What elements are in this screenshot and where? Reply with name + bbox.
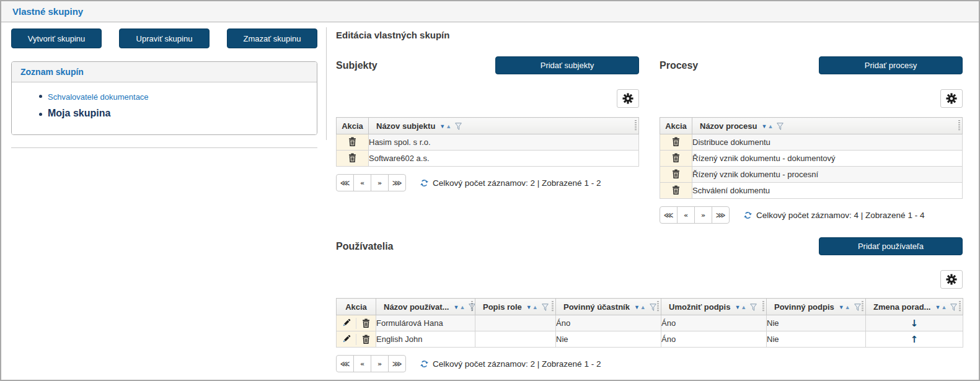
processes-settings-button[interactable] [940,89,963,108]
sort-desc-icon[interactable]: ▼ [761,124,767,129]
column-header-required-signature[interactable]: Povinný podpis▼▲ [767,299,866,315]
move-down-icon[interactable]: ↓ [911,318,919,329]
column-resizer-handle[interactable] [657,301,659,312]
sort-desc-icon[interactable]: ▼ [439,124,445,129]
allow-signature-cell: Áno [661,315,767,331]
trash-icon [672,153,680,162]
group-list: Schvalovatelé dokumentace Moja skupina [12,91,317,119]
column-header-subject-name[interactable]: Názov subjektu▼▲ [369,118,639,134]
filter-icon[interactable] [542,304,549,311]
pager-next-button[interactable]: » [371,174,389,191]
refresh-icon[interactable] [420,359,429,369]
processes-pager: ⋘ « » ⋙ [660,206,730,224]
group-editor: Editácia vlastných skupín Subjekty Prida… [336,28,963,372]
column-header-required-participant[interactable]: Povinný účastník▼▲ [556,299,661,315]
users-title: Používatelia [336,241,393,252]
record-count-status: Celkový počet záznamov: 2 | Zobrazené 1 … [433,178,601,188]
subjects-panel: Subjekty Pridať subjekty Akcia [336,56,639,224]
sort-asc-icon[interactable]: ▲ [741,305,746,310]
column-resizer-handle[interactable] [552,301,554,312]
delete-row-button[interactable] [356,334,376,345]
filter-icon[interactable] [650,304,656,311]
column-resizer-handle[interactable] [958,120,960,131]
sort-asc-icon[interactable]: ▲ [767,124,773,129]
group-link-selected[interactable]: Moja skupina [48,108,110,118]
edit-group-button[interactable]: Upraviť skupinu [119,28,210,48]
delete-row-button[interactable] [672,185,680,195]
create-group-button[interactable]: Vytvoriť skupinu [11,28,102,48]
add-processes-button[interactable]: Pridať procesy [819,56,963,74]
add-subjects-button[interactable]: Pridať subjekty [495,56,639,74]
list-item-selected[interactable]: Moja skupina [48,108,317,119]
processes-title: Procesy [660,60,698,71]
filter-icon[interactable] [854,304,861,311]
column-header-change-order[interactable]: Zmena porad...▼▲ [866,299,963,315]
role-cell [475,315,556,331]
process-name-cell: Řízený vznik dokumentu - procesní [692,167,963,183]
pager-prev-button[interactable]: « [353,355,371,372]
sort-desc-icon[interactable]: ▼ [453,305,459,310]
filter-icon[interactable] [777,123,784,130]
refresh-icon[interactable] [420,178,429,188]
move-up-icon[interactable]: ↑ [911,334,919,345]
sort-asc-icon[interactable]: ▲ [532,305,538,310]
edit-row-button[interactable] [337,318,356,329]
table-row: English John Nie Áno Nie ↑ [337,331,963,348]
pager-last-button[interactable]: ⋙ [388,355,406,372]
column-header-process-name[interactable]: Názov procesu▼▲ [692,118,963,134]
column-resizer-handle[interactable] [862,301,863,312]
process-name-cell: Distribuce dokumentu [692,134,963,151]
column-header-user-name[interactable]: Názov používat...▼▲ [376,299,475,315]
trash-icon [348,137,356,146]
add-user-button[interactable]: Pridať používateľa [819,237,963,255]
pager-first-button[interactable]: ⋘ [660,206,678,224]
sort-asc-icon[interactable]: ▲ [845,305,850,310]
column-resizer-handle[interactable] [762,301,764,312]
delete-row-button[interactable] [348,153,356,162]
subject-name-cell: Hasim spol. s r.o. [369,134,639,151]
required-participant-cell: Nie [556,331,661,348]
sort-asc-icon[interactable]: ▲ [941,305,947,310]
pager-last-button[interactable]: ⋙ [712,206,730,224]
delete-row-button[interactable] [672,169,680,178]
pager-next-button[interactable]: » [694,206,712,224]
column-header-allow-signature[interactable]: Umožniť podpis▼▲ [661,299,767,315]
pager-first-button[interactable]: ⋘ [336,174,354,191]
sort-desc-icon[interactable]: ▼ [839,305,844,310]
sort-desc-icon[interactable]: ▼ [735,305,740,310]
delete-row-button[interactable] [356,318,376,329]
pager-prev-button[interactable]: « [677,206,695,224]
column-resizer-handle[interactable] [635,120,637,131]
sort-desc-icon[interactable]: ▼ [634,305,640,310]
column-resizer-handle[interactable] [471,301,473,312]
sort-asc-icon[interactable]: ▲ [640,305,646,310]
users-settings-button[interactable] [940,270,963,289]
sort-asc-icon[interactable]: ▲ [459,305,465,310]
delete-row-button[interactable] [672,137,680,146]
user-name-cell: Formulárová Hana [376,315,475,331]
filter-icon[interactable] [455,123,462,130]
delete-row-button[interactable] [672,153,680,162]
pager-prev-button[interactable]: « [353,174,371,191]
pager-first-button[interactable]: ⋘ [336,355,354,372]
refresh-icon[interactable] [743,211,753,220]
filter-icon[interactable] [750,304,757,311]
column-header-role[interactable]: Popis role▼▲ [475,299,556,315]
sort-desc-icon[interactable]: ▼ [935,305,940,310]
delete-row-button[interactable] [348,137,356,146]
sort-asc-icon[interactable]: ▲ [446,124,451,129]
list-item[interactable]: Schvalovatelé dokumentace [48,91,317,102]
pager-next-button[interactable]: » [371,355,389,372]
subject-name-cell: Software602 a.s. [369,151,639,167]
group-link[interactable]: Schvalovatelé dokumentace [48,92,149,102]
subjects-settings-button[interactable] [617,89,639,108]
column-resizer-handle[interactable] [959,301,961,312]
sort-desc-icon[interactable]: ▼ [526,305,532,310]
pager-last-button[interactable]: ⋙ [388,174,406,191]
users-pager: ⋘ « » ⋙ [336,355,406,372]
trash-icon [362,335,370,344]
filter-icon[interactable] [950,304,957,311]
edit-row-button[interactable] [337,334,356,345]
delete-group-button[interactable]: Zmazať skupinu [227,28,317,48]
table-row: Řízený vznik dokumentu - dokumentový [660,151,963,167]
